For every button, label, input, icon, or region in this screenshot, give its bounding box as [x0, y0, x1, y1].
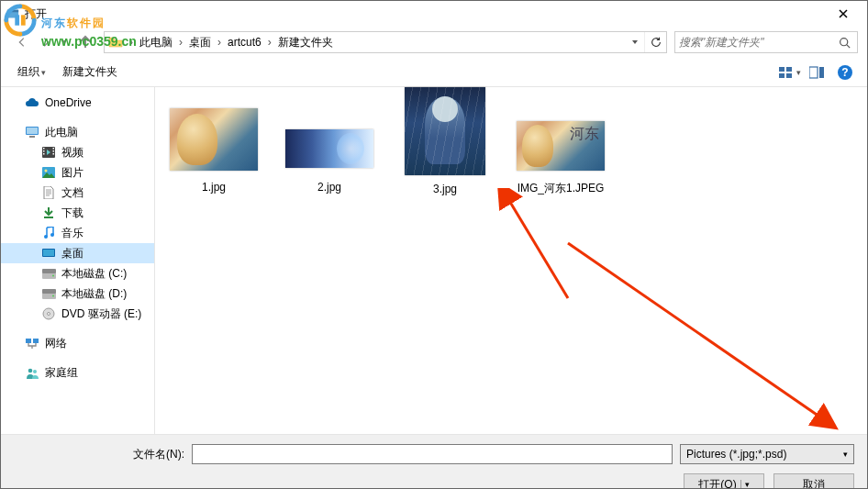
nav-back-button[interactable] — [10, 30, 34, 54]
svg-rect-18 — [43, 150, 45, 152]
download-icon — [41, 206, 56, 220]
file-thumbnail — [285, 106, 373, 173]
search-box[interactable] — [674, 31, 858, 53]
file-item[interactable]: 3.jpg — [395, 102, 495, 199]
svg-text:?: ? — [841, 66, 848, 79]
homegroup-icon — [25, 365, 39, 380]
file-thumbnail — [401, 87, 489, 175]
svg-rect-39 — [33, 339, 39, 343]
file-type-value: Pictures (*.jpg;*.psd) — [686, 448, 786, 461]
sidebar-item-label: 音乐 — [61, 226, 83, 241]
breadcrumb-item[interactable]: 新建文件夹 — [274, 32, 337, 52]
file-item[interactable]: 1.jpg — [164, 102, 263, 197]
address-bar[interactable]: › 此电脑 › 桌面 › artcut6 › 新建文件夹 — [104, 31, 667, 53]
nav-up-button[interactable] — [74, 31, 96, 53]
sidebar-item-onedrive[interactable]: OneDrive — [1, 93, 154, 113]
sidebar-item-downloads[interactable]: 下载 — [1, 203, 154, 223]
sidebar-item-label: 视频 — [61, 145, 83, 161]
chevron-down-icon: ▾ — [41, 68, 46, 77]
nav-history-dropdown[interactable] — [58, 39, 71, 46]
file-thumbnail — [170, 106, 258, 173]
filename-input[interactable] — [192, 444, 673, 464]
sidebar-item-label: 桌面 — [61, 246, 83, 261]
sidebar-item-this-pc[interactable]: 此电脑 — [1, 122, 154, 142]
svg-rect-10 — [819, 67, 824, 78]
chevron-down-icon: ▾ — [796, 68, 801, 77]
file-type-combo[interactable]: Pictures (*.jpg;*.psd) ▾ — [680, 444, 854, 464]
sidebar-item-disk-c[interactable]: 本地磁盘 (C:) — [1, 263, 154, 283]
preview-pane-button[interactable] — [805, 61, 829, 83]
breadcrumb-chevron[interactable]: › — [127, 32, 136, 52]
sidebar: OneDrive 此电脑 视频 图片 文档 — [1, 87, 155, 434]
network-icon — [25, 336, 39, 350]
svg-rect-17 — [43, 148, 45, 150]
file-name-label: IMG_河东1.JPEG — [517, 181, 605, 196]
sidebar-item-label: 文档 — [61, 185, 83, 201]
svg-rect-25 — [44, 217, 53, 218]
sidebar-item-network[interactable]: 网络 — [1, 333, 154, 353]
file-item[interactable]: 2.jpg — [280, 102, 379, 197]
desktop-icon — [41, 246, 56, 261]
video-icon — [41, 145, 56, 160]
sidebar-item-videos[interactable]: 视频 — [1, 142, 154, 162]
cancel-button[interactable]: 取消 — [773, 473, 854, 489]
breadcrumb-chevron[interactable]: › — [176, 32, 185, 52]
sidebar-item-documents[interactable]: 文档 — [1, 183, 154, 203]
sidebar-item-label: 下载 — [61, 206, 83, 221]
sidebar-item-label: 本地磁盘 (C:) — [61, 266, 127, 282]
search-input[interactable] — [679, 36, 835, 49]
svg-rect-20 — [53, 148, 55, 150]
view-mode-button[interactable]: ▾ — [777, 61, 801, 83]
cancel-button-label: 取消 — [803, 477, 825, 490]
svg-rect-19 — [43, 153, 45, 155]
search-icon[interactable] — [835, 33, 853, 51]
drive-icon — [41, 266, 56, 281]
address-dropdown[interactable] — [626, 32, 644, 52]
sidebar-item-pictures[interactable]: 图片 — [1, 162, 154, 183]
svg-point-40 — [28, 368, 32, 372]
organize-button[interactable]: 组织 ▾ — [12, 61, 51, 83]
breadcrumb-chevron[interactable]: › — [215, 32, 224, 52]
breadcrumb-item[interactable]: 桌面 — [185, 32, 215, 52]
computer-icon — [25, 125, 39, 139]
breadcrumb-item[interactable]: 此电脑 — [136, 32, 176, 52]
folder-icon — [108, 36, 123, 49]
breadcrumb-chevron[interactable]: › — [265, 32, 274, 52]
close-button[interactable] — [825, 4, 862, 24]
titlebar: 打开 — [1, 1, 867, 27]
svg-point-41 — [33, 370, 37, 373]
dvd-icon — [41, 306, 56, 321]
sidebar-item-label: OneDrive — [45, 96, 92, 109]
svg-point-27 — [50, 233, 54, 237]
sidebar-item-label: 网络 — [45, 336, 67, 351]
document-icon — [41, 185, 56, 200]
nav-forward-button[interactable] — [34, 30, 58, 54]
svg-rect-9 — [809, 67, 818, 78]
sidebar-item-label: DVD 驱动器 (E:) — [61, 306, 141, 322]
sidebar-item-desktop[interactable]: 桌面 — [1, 243, 154, 263]
svg-point-37 — [48, 313, 50, 316]
file-name-label: 1.jpg — [202, 181, 226, 194]
svg-point-4 — [840, 38, 847, 45]
svg-rect-14 — [27, 128, 38, 134]
chevron-down-icon: ▾ — [740, 480, 750, 489]
refresh-button[interactable] — [644, 32, 666, 52]
sidebar-item-dvd[interactable]: DVD 驱动器 (E:) — [1, 304, 154, 324]
drive-icon — [41, 286, 56, 301]
new-folder-button[interactable]: 新建文件夹 — [57, 61, 123, 83]
open-button[interactable]: 打开(O) ▾ — [684, 473, 764, 489]
sidebar-item-homegroup[interactable]: 家庭组 — [1, 362, 154, 383]
svg-rect-38 — [26, 339, 31, 343]
sidebar-item-disk-d[interactable]: 本地磁盘 (D:) — [1, 283, 154, 304]
sidebar-item-label: 此电脑 — [45, 125, 78, 140]
breadcrumb-item[interactable]: artcut6 — [224, 32, 265, 52]
file-item[interactable]: 河东 IMG_河东1.JPEG — [511, 102, 610, 200]
svg-point-24 — [45, 170, 48, 172]
app-icon — [6, 7, 19, 20]
help-button[interactable]: ? — [834, 61, 856, 83]
nav-row: › 此电脑 › 桌面 › artcut6 › 新建文件夹 — [1, 27, 867, 58]
file-list[interactable]: 1.jpg 2.jpg 3.jpg — [155, 87, 867, 434]
chevron-down-icon: ▾ — [843, 450, 848, 459]
svg-point-32 — [52, 274, 54, 276]
sidebar-item-music[interactable]: 音乐 — [1, 223, 154, 243]
